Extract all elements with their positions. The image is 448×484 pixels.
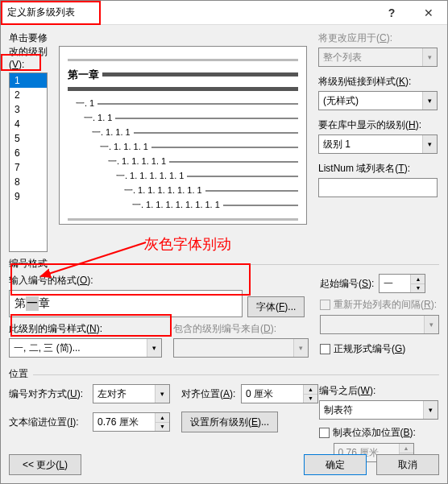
level-item-7[interactable]: 7 bbox=[10, 160, 47, 175]
cancel-button[interactable]: 取消 bbox=[376, 454, 439, 475]
link-style-dropdown[interactable]: (无样式) ▾ bbox=[318, 91, 438, 110]
follow-number-label: 编号之后(W): bbox=[319, 384, 439, 398]
level-item-6[interactable]: 6 bbox=[10, 146, 47, 160]
chevron-down-icon: ▾ bbox=[424, 316, 438, 333]
level-item-4[interactable]: 4 bbox=[10, 117, 47, 131]
level-item-9[interactable]: 9 bbox=[10, 189, 47, 204]
legal-format-label: 正规形式编号(G) bbox=[334, 342, 405, 356]
level-item-2[interactable]: 2 bbox=[10, 88, 47, 102]
spin-up-icon[interactable]: ▲ bbox=[304, 385, 317, 395]
indent-spinbox[interactable]: 0.76 厘米 ▲▼ bbox=[93, 412, 170, 432]
level-item-8[interactable]: 8 bbox=[10, 175, 47, 189]
chevron-down-icon: ▾ bbox=[155, 385, 169, 403]
close-button[interactable]: ✕ bbox=[410, 1, 447, 24]
align-dropdown[interactable]: 左对齐 ▾ bbox=[93, 384, 170, 403]
list-preview: 第一章 一. 1 一. 1. 1 一. 1. 1. 1 一. 1. 1. 1. … bbox=[59, 46, 307, 225]
follow-number-dropdown[interactable]: 制表符 ▾ bbox=[319, 400, 438, 420]
spin-up-icon: ▲ bbox=[400, 444, 413, 453]
level-item-5[interactable]: 5 bbox=[10, 131, 47, 146]
ok-button[interactable]: 确定 bbox=[304, 454, 367, 475]
chevron-down-icon: ▾ bbox=[423, 401, 438, 419]
apply-to-dropdown[interactable]: 整个列表 ▾ bbox=[318, 48, 438, 67]
chevron-down-icon: ▾ bbox=[147, 339, 161, 357]
restart-checkbox bbox=[320, 300, 330, 310]
include-level-label: 包含的级别编号来自(D): bbox=[173, 322, 309, 336]
spin-up-icon[interactable]: ▲ bbox=[411, 275, 425, 284]
dialog-body: 单击要修改的级别(V): 1 2 3 4 5 6 7 8 9 第一章 bbox=[1, 25, 447, 470]
tabstop-checkbox[interactable] bbox=[319, 428, 330, 438]
set-all-levels-button[interactable]: 设置所有级别(E)... bbox=[181, 412, 278, 432]
chevron-down-icon: ▾ bbox=[422, 92, 437, 110]
font-button[interactable]: 字体(F)... bbox=[247, 296, 305, 317]
tabstop-label: 制表位添加位置(B): bbox=[333, 426, 416, 440]
align-at-label: 对齐位置(A): bbox=[181, 387, 241, 401]
legal-format-checkbox[interactable] bbox=[320, 344, 330, 354]
section-number-format: 编号格式 bbox=[9, 257, 439, 271]
chevron-down-icon: ▾ bbox=[422, 135, 437, 153]
window-controls: ? ✕ bbox=[373, 1, 447, 24]
spin-down-icon[interactable]: ▼ bbox=[411, 284, 425, 293]
dialog-window: 定义新多级列表 ? ✕ 灰色字体别动 单击要修改的级别(V): 1 bbox=[0, 0, 448, 484]
align-label: 编号对齐方式(U): bbox=[9, 387, 93, 401]
number-style-dropdown[interactable]: 一, 二, 三 (简)... ▾ bbox=[9, 338, 162, 358]
number-style-label: 此级别的编号样式(N): bbox=[9, 322, 162, 336]
level-item-3[interactable]: 3 bbox=[10, 102, 47, 117]
indent-label: 文本缩进位置(I): bbox=[9, 416, 93, 429]
gallery-level-dropdown[interactable]: 级别 1 ▾ bbox=[318, 134, 438, 154]
help-button[interactable]: ? bbox=[373, 1, 410, 24]
number-format-input-label: 输入编号的格式(O): bbox=[9, 274, 309, 288]
listnum-field[interactable] bbox=[318, 178, 438, 197]
start-at-label: 起始编号(S): bbox=[320, 277, 374, 291]
level-item-1[interactable]: 1 bbox=[10, 73, 47, 88]
level-list-label: 单击要修改的级别(V): bbox=[9, 31, 54, 70]
link-style-label: 将级别链接到样式(K): bbox=[318, 75, 439, 89]
chevron-down-icon: ▾ bbox=[293, 339, 308, 357]
spin-down-icon[interactable]: ▼ bbox=[304, 395, 317, 403]
level-listbox[interactable]: 1 2 3 4 5 6 7 8 9 bbox=[9, 72, 48, 252]
spin-up-icon[interactable]: ▲ bbox=[156, 413, 169, 423]
restart-dropdown: ▾ bbox=[320, 315, 439, 334]
titlebar: 定义新多级列表 ? ✕ bbox=[1, 1, 447, 25]
chevron-down-icon: ▾ bbox=[422, 48, 437, 66]
listnum-label: ListNum 域列表名(T): bbox=[318, 162, 439, 176]
section-position: 位置 bbox=[9, 367, 439, 381]
less-button[interactable]: << 更少(L) bbox=[9, 454, 81, 475]
spin-down-icon[interactable]: ▼ bbox=[156, 423, 169, 432]
start-at-spinbox[interactable]: 一 ▲▼ bbox=[379, 274, 425, 293]
number-format-input[interactable]: 第一章 bbox=[9, 290, 243, 317]
restart-label: 重新开始列表的间隔(R): bbox=[334, 298, 437, 312]
gallery-level-label: 要在库中显示的级别(H): bbox=[318, 118, 439, 132]
dialog-footer: << 更少(L) 确定 取消 bbox=[9, 454, 439, 475]
align-at-spinbox[interactable]: 0 厘米 ▲▼ bbox=[241, 384, 318, 403]
include-level-dropdown: ▾ bbox=[173, 338, 309, 358]
dialog-title: 定义新多级列表 bbox=[1, 6, 81, 19]
apply-to-label: 将更改应用于(C): bbox=[318, 31, 439, 45]
